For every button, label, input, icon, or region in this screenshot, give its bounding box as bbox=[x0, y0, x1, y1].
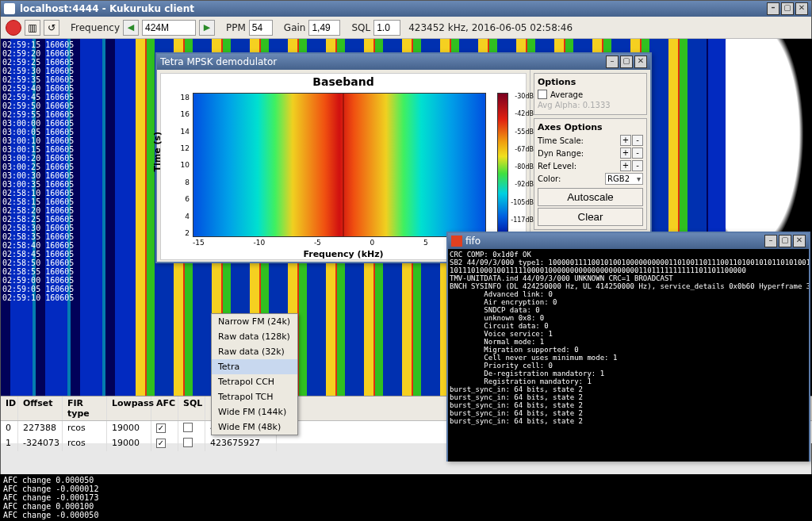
th-offset[interactable]: Offset bbox=[18, 396, 63, 420]
plot-y-axis: 24681012141618 bbox=[161, 93, 191, 237]
fifo-title: fifo bbox=[465, 236, 481, 247]
maximize-button[interactable]: ▢ bbox=[781, 2, 794, 15]
clear-button[interactable]: Clear bbox=[538, 208, 643, 226]
frequency-label: Frequency bbox=[71, 22, 120, 33]
ppm-input[interactable] bbox=[249, 20, 273, 36]
demod-close-button[interactable]: ✕ bbox=[634, 56, 647, 68]
status-text: 423452 kHz, 2016-06-05 02:58:46 bbox=[408, 22, 573, 33]
demod-title: Tetra MPSK demodulator bbox=[160, 56, 277, 67]
time-scale-down[interactable]: - bbox=[632, 135, 643, 146]
time-scale-label: Time Scale: bbox=[538, 136, 584, 145]
context-menu-item[interactable]: Wide FM (48k) bbox=[212, 419, 297, 435]
main-titlebar[interactable]: localhost:4444 - Kukuruku client – ▢ ✕ bbox=[1, 1, 811, 17]
demod-maximize-button[interactable]: ▢ bbox=[620, 56, 633, 68]
sql-label: SQL bbox=[351, 22, 370, 33]
context-menu-item[interactable]: Raw data (32k) bbox=[212, 344, 297, 359]
color-select[interactable]: RGB2 bbox=[605, 173, 643, 185]
fifo-titlebar[interactable]: fifo – ▢ ✕ bbox=[448, 233, 809, 249]
dyn-range-label: Dyn Range: bbox=[538, 149, 584, 158]
context-menu-item[interactable]: Narrow FM (24k) bbox=[212, 314, 297, 329]
fifo-minimize-button[interactable]: – bbox=[764, 235, 777, 247]
window-title: localhost:4444 - Kukuruku client bbox=[20, 3, 194, 14]
tool-icon-2[interactable]: ↺ bbox=[44, 20, 59, 36]
context-menu-item[interactable]: Tetrapol TCH bbox=[212, 389, 297, 404]
afc-checkbox[interactable] bbox=[156, 439, 166, 448]
context-menu-item[interactable]: Wide FM (144k) bbox=[212, 404, 297, 419]
th-fir[interactable]: FIR type bbox=[63, 396, 107, 420]
context-menu-item[interactable]: Tetra bbox=[212, 359, 297, 374]
fifo-maximize-button[interactable]: ▢ bbox=[779, 235, 791, 247]
plot-title: Baseband bbox=[161, 74, 526, 90]
ref-level-down[interactable]: - bbox=[632, 160, 643, 171]
average-label: Average bbox=[550, 90, 643, 99]
gain-input[interactable] bbox=[308, 20, 340, 36]
average-checkbox[interactable] bbox=[538, 90, 547, 99]
sql-checkbox[interactable] bbox=[183, 423, 193, 432]
dyn-range-down[interactable]: - bbox=[632, 147, 643, 159]
color-label: Color: bbox=[538, 174, 561, 183]
th-afc[interactable]: AFC bbox=[151, 396, 178, 420]
time-axis-labels: 02:59:15 16060502:59:20 16060502:59:25 1… bbox=[1, 39, 88, 396]
plot-canvas bbox=[193, 93, 486, 237]
colorbar-labels: -30dB-42dB-55dB-67dB-80dB-92dB-105dB-117… bbox=[502, 93, 526, 237]
freq-next-button[interactable]: ▶ bbox=[199, 20, 215, 36]
close-button[interactable]: ✕ bbox=[795, 2, 808, 15]
plot-x-axis: -15-10-50510 bbox=[193, 239, 486, 248]
fifo-window[interactable]: fifo – ▢ ✕ CRC COMP: 0x1d0f OK SB2 44/09… bbox=[446, 232, 810, 462]
log-terminal[interactable]: AFC change 0.000050 AFC change -0.000012… bbox=[0, 474, 812, 521]
axes-options-heading: Axes Options bbox=[538, 122, 643, 132]
afc-checkbox[interactable] bbox=[156, 423, 166, 433]
th-lowpass[interactable]: Lowpass bbox=[107, 396, 151, 420]
context-menu-item[interactable]: Raw data (128k) bbox=[212, 329, 297, 344]
demod-minimize-button[interactable]: – bbox=[606, 56, 619, 68]
fifo-close-button[interactable]: ✕ bbox=[793, 235, 806, 247]
fifo-icon bbox=[451, 236, 462, 247]
freq-prev-button[interactable]: ◀ bbox=[123, 20, 139, 36]
frequency-input[interactable] bbox=[142, 20, 196, 36]
options-heading: Options bbox=[538, 77, 643, 87]
ppm-label: PPM bbox=[226, 22, 246, 33]
demod-titlebar[interactable]: Tetra MPSK demodulator – ▢ ✕ bbox=[157, 54, 650, 70]
ref-level-label: Ref Level: bbox=[538, 162, 576, 170]
context-menu-item[interactable]: Tetrapol CCH bbox=[212, 374, 297, 389]
th-sql[interactable]: SQL bbox=[178, 396, 205, 420]
record-icon[interactable] bbox=[6, 20, 21, 36]
window-controls: – ▢ ✕ bbox=[767, 2, 808, 15]
minimize-button[interactable]: – bbox=[767, 2, 779, 15]
app-icon bbox=[4, 3, 15, 14]
toolbar: ▥ ↺ Frequency ◀ ▶ PPM Gain SQL 423452 kH… bbox=[1, 17, 811, 39]
tool-icon-1[interactable]: ▥ bbox=[25, 20, 40, 36]
gain-label: Gain bbox=[284, 22, 306, 33]
ref-level-up[interactable]: + bbox=[620, 160, 631, 171]
fifo-output[interactable]: CRC COMP: 0x1d0f OK SB2 44/09/3/000 type… bbox=[448, 249, 809, 462]
sql-checkbox[interactable] bbox=[183, 438, 193, 447]
avg-alpha-label: Avg Alpha: 0.1333 bbox=[538, 101, 643, 109]
sql-input[interactable] bbox=[373, 20, 400, 36]
time-scale-up[interactable]: + bbox=[620, 135, 631, 146]
dyn-range-up[interactable]: + bbox=[620, 147, 631, 159]
mode-context-menu[interactable]: Narrow FM (24k)Raw data (128k)Raw data (… bbox=[211, 313, 298, 435]
th-id[interactable]: ID bbox=[1, 396, 18, 420]
autoscale-button[interactable]: Autoscale bbox=[538, 188, 643, 206]
